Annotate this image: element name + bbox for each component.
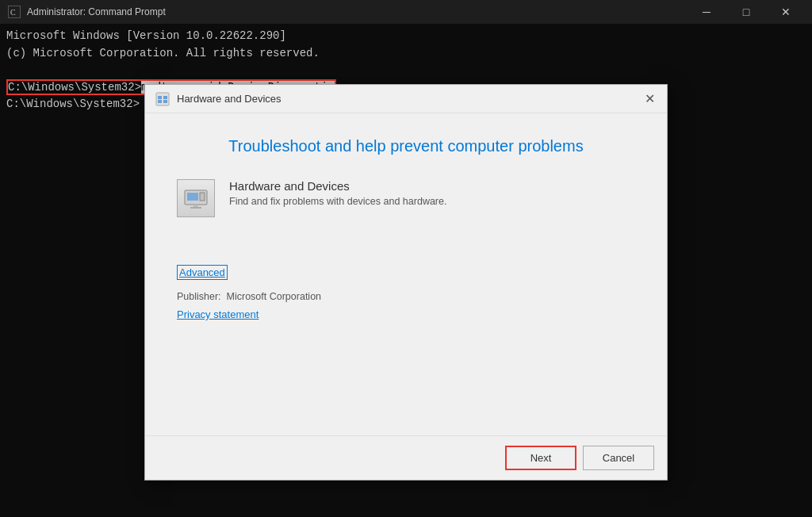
cmd-window: C Administrator: Command Prompt ─ □ ✕ Mi… (0, 0, 812, 517)
svg-rect-6 (163, 100, 167, 103)
svg-rect-3 (158, 96, 162, 99)
dialog-title: Hardware and Devices (177, 93, 282, 105)
svg-rect-9 (200, 193, 205, 201)
dialog-titlebar-left: Hardware and Devices (155, 91, 282, 107)
item-title: Hardware and Devices (229, 179, 446, 193)
publisher-info: Publisher: Microsoft Corporation (177, 291, 635, 302)
next-button[interactable]: Next (505, 446, 576, 470)
item-text-block: Hardware and Devices Find and fix proble… (229, 179, 446, 207)
dialog-body: Troubleshoot and help prevent computer p… (145, 113, 667, 435)
hardware-devices-item: Hardware and Devices Find and fix proble… (177, 179, 635, 217)
advanced-section: Advanced Publisher: Microsoft Corporatio… (177, 265, 635, 321)
troubleshoot-dialog: Hardware and Devices ✕ Troubleshoot and … (144, 84, 668, 481)
publisher-label: Publisher: (177, 291, 221, 302)
svg-rect-5 (158, 100, 162, 103)
advanced-link[interactable]: Advanced (177, 265, 228, 280)
cancel-button[interactable]: Cancel (583, 446, 654, 470)
svg-rect-8 (187, 193, 198, 201)
dialog-app-icon (155, 91, 170, 107)
dialog-titlebar: Hardware and Devices ✕ (145, 85, 667, 113)
dialog-heading: Troubleshoot and help prevent computer p… (177, 137, 635, 155)
item-description: Find and fix problems with devices and h… (229, 196, 446, 207)
svg-rect-4 (163, 96, 167, 99)
dialog-footer: Next Cancel (145, 435, 667, 480)
privacy-statement-link[interactable]: Privacy statement (177, 308, 259, 320)
dialog-overlay: Hardware and Devices ✕ Troubleshoot and … (0, 0, 812, 517)
publisher-name: Microsoft Corporation (227, 291, 322, 302)
dialog-close-button[interactable]: ✕ (638, 88, 661, 110)
svg-rect-10 (193, 205, 198, 207)
hardware-icon (177, 179, 215, 217)
svg-rect-11 (190, 207, 201, 209)
